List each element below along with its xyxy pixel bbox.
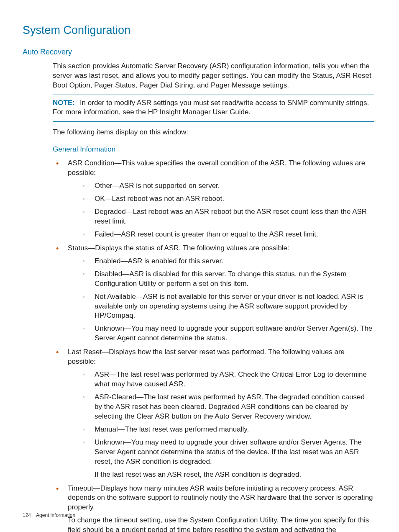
general-info-heading: General Information: [53, 145, 374, 154]
sub-list-item: Disabled—ASR is disabled for this server…: [68, 270, 374, 289]
list-item-text: ASR Condition—This value specifies the o…: [68, 159, 365, 177]
list-item: Last Reset—Displays how the last server …: [53, 347, 374, 479]
list-item-text: Status—Displays the status of ASR. The f…: [68, 244, 289, 252]
note-box: NOTE:In order to modify ASR settings you…: [53, 95, 374, 122]
list-item-text: Timeout—Displays how many minutes ASR wa…: [68, 484, 373, 511]
list-item-extra: To change the timeout setting, use the S…: [68, 516, 374, 532]
bullet-list: ASR Condition—This value specifies the o…: [53, 159, 374, 532]
sub-list-item: ASR—The last reset was performed by ASR.…: [68, 370, 374, 389]
footer-section: Agent information: [36, 512, 75, 518]
sub-list-item: Manual—The last reset was performed manu…: [68, 425, 374, 434]
list-item: Status—Displays the status of ASR. The f…: [53, 244, 374, 343]
sub-list-item: Unknown—You may need to upgrade your sup…: [68, 324, 374, 343]
list-item-text: Last Reset—Displays how the last server …: [68, 348, 345, 365]
sub-list-item-extra: If the last reset was an ASR reset, the …: [95, 470, 374, 480]
intro-paragraph: This section provides Automatic Server R…: [53, 62, 374, 90]
sub-list-item-text: Unknown—You may need to upgrade your dri…: [95, 438, 362, 465]
note-text: In order to modify ASR settings you must…: [53, 99, 369, 116]
section-heading: Auto Recovery: [23, 47, 374, 57]
note-label: NOTE:: [53, 99, 75, 107]
body-content: This section provides Automatic Server R…: [53, 62, 374, 532]
sub-list: ASR—The last reset was performed by ASR.…: [68, 370, 374, 479]
sub-list-item: OK—Last reboot was not an ASR reboot.: [68, 194, 374, 204]
page-number: 124: [23, 512, 31, 518]
sub-list-item: Enabled—ASR is enabled for this server.: [68, 257, 374, 266]
page-heading: System Configuration: [23, 23, 374, 38]
following-items-text: The following items display on this wind…: [53, 128, 374, 137]
sub-list-item: Degraded—Last reboot was an ASR reboot b…: [68, 207, 374, 226]
sub-list: Other—ASR is not supported on server. OK…: [68, 181, 374, 239]
page-footer: 124Agent information: [23, 512, 75, 519]
sub-list: Enabled—ASR is enabled for this server. …: [68, 257, 374, 344]
list-item: Timeout—Displays how many minutes ASR wa…: [53, 484, 374, 532]
sub-list-item: Unknown—You may need to upgrade your dri…: [68, 438, 374, 480]
sub-list-item: Other—ASR is not supported on server.: [68, 181, 374, 191]
sub-list-item: ASR-Cleared—The last reset was performed…: [68, 393, 374, 421]
sub-list-item: Failed—ASR reset count is greater than o…: [68, 230, 374, 239]
list-item: ASR Condition—This value specifies the o…: [53, 159, 374, 239]
sub-list-item: Not Available—ASR is not available for t…: [68, 292, 374, 321]
